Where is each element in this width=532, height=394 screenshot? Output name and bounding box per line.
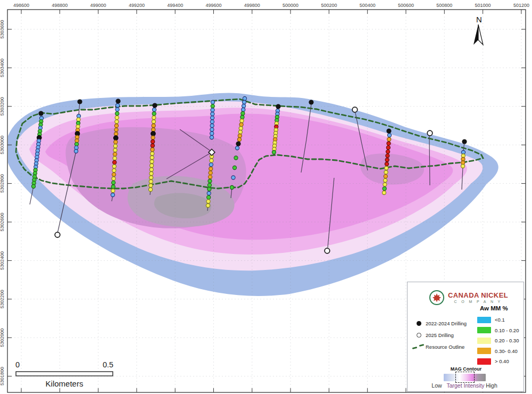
legend-grade-row: 0.10 - 0.20 <box>477 325 519 336</box>
assay-dot <box>111 185 115 188</box>
map-figure: 4986004988004990004992004994004996004998… <box>0 0 532 394</box>
assay-dot <box>211 116 214 120</box>
assay-dot <box>386 150 390 153</box>
legend-grade-row: <0.1 <box>477 315 519 325</box>
x-axis-label: 499400 <box>167 3 183 8</box>
assay-dot <box>243 96 246 100</box>
assay-dot <box>234 156 238 160</box>
legend-symbol-list: 2022-2024 Drilling2025 DrillingResource … <box>412 317 467 352</box>
grade-scale-title: Aw MM % <box>480 305 508 311</box>
assay-dot <box>115 108 119 111</box>
y-axis-label: 5303400 <box>0 59 5 77</box>
mag-label-high: High <box>486 382 497 389</box>
assay-dot <box>386 154 389 158</box>
y-axis-label: 5303000 <box>0 136 5 154</box>
assay-dot <box>210 120 214 124</box>
scale-zero: 0 <box>15 360 20 369</box>
assay-dot <box>210 132 214 135</box>
assay-dot <box>210 128 214 132</box>
grade-label: 0.30- 0.40 <box>495 348 518 354</box>
assay-dot <box>383 187 386 191</box>
grade-swatch <box>477 348 491 354</box>
assay-dot <box>207 195 211 199</box>
assay-dot <box>239 122 243 126</box>
assay-dot <box>150 163 154 167</box>
assay-dot <box>210 135 213 139</box>
assay-dot <box>387 137 391 141</box>
legend: CANADA NICKEL C O M P A N Y Aw MM % 2022… <box>407 282 524 392</box>
assay-dot <box>382 191 386 194</box>
assay-dot <box>115 112 119 116</box>
assay-dot <box>384 170 388 174</box>
x-axis-label: 499800 <box>244 3 260 8</box>
grade-swatch <box>477 327 491 333</box>
company-name: CANADA NICKEL <box>448 291 508 299</box>
assay-dot <box>208 179 212 183</box>
y-axis-label: 5302800 <box>0 174 5 193</box>
x-axis-label: 498800 <box>52 3 68 8</box>
y-axis-label: 5303600 <box>0 20 5 38</box>
grade-swatch <box>477 338 491 344</box>
assay-dot <box>209 171 212 175</box>
assay-dot <box>206 200 210 203</box>
assay-dot <box>152 128 155 132</box>
assay-dot <box>152 108 156 111</box>
drill-collar-filled <box>386 128 391 133</box>
assay-dot <box>150 155 154 159</box>
y-axis-label: 5303200 <box>0 97 5 116</box>
drill-collar-open <box>55 232 60 237</box>
assay-dot <box>113 160 117 164</box>
x-axis-label: 500600 <box>398 3 414 8</box>
assay-dot <box>151 136 155 139</box>
assay-dot <box>112 173 115 176</box>
assay-dot <box>206 203 210 207</box>
assay-dot <box>384 175 387 178</box>
assay-dot <box>207 187 211 191</box>
resource-outline-icon <box>412 344 426 349</box>
grade-label: 0.10 - 0.20 <box>495 327 519 333</box>
assay-dot <box>150 160 154 163</box>
x-axis-label: 500400 <box>360 3 376 8</box>
legend-symbol-filled: 2022-2024 Drilling <box>412 317 467 329</box>
north-label: N <box>476 15 482 24</box>
drill-collar-open <box>352 107 358 112</box>
assay-dot <box>242 100 246 104</box>
assay-dot <box>152 116 156 119</box>
assay-dot <box>211 100 214 104</box>
assay-dot <box>152 112 156 116</box>
assay-dot <box>114 140 118 144</box>
drill-collar-filled <box>77 99 82 104</box>
assay-dot <box>241 111 245 115</box>
assay-dot <box>114 132 118 136</box>
assay-dot <box>211 112 214 116</box>
assay-dot <box>230 185 234 189</box>
drill-collar-filled <box>462 139 467 144</box>
assay-dot <box>383 183 387 186</box>
company-subtitle: C O M P A N Y <box>448 300 508 303</box>
grade-swatch <box>477 317 491 323</box>
assay-dot <box>152 124 155 127</box>
mag-target-box <box>455 372 475 383</box>
assay-dot <box>235 146 239 150</box>
legend-grade-row: > 0.40 <box>477 356 519 367</box>
x-axis-label: 499000 <box>90 3 106 8</box>
assay-dot <box>240 115 244 119</box>
assay-dot <box>272 150 276 154</box>
maple-leaf-icon <box>429 290 445 306</box>
y-axis-label: 5302400 <box>0 251 5 270</box>
grade-label: <0.1 <box>495 317 505 323</box>
legend-grade-row: 0.30- 0.40 <box>477 346 519 357</box>
assay-dot <box>385 158 389 162</box>
assay-dot <box>211 104 214 108</box>
assay-dot <box>385 162 388 166</box>
assay-dot <box>111 189 115 193</box>
mag-label-low: Low <box>431 382 442 389</box>
drill-collar-filled <box>115 98 120 103</box>
assay-dot <box>115 120 119 124</box>
scale-half: 0.5 <box>103 360 113 369</box>
y-axis-label: 5302600 <box>0 212 5 231</box>
scale-unit: Kilometers <box>46 379 84 388</box>
assay-dot <box>211 108 214 112</box>
assay-dot <box>152 120 155 124</box>
assay-dot <box>115 116 119 119</box>
